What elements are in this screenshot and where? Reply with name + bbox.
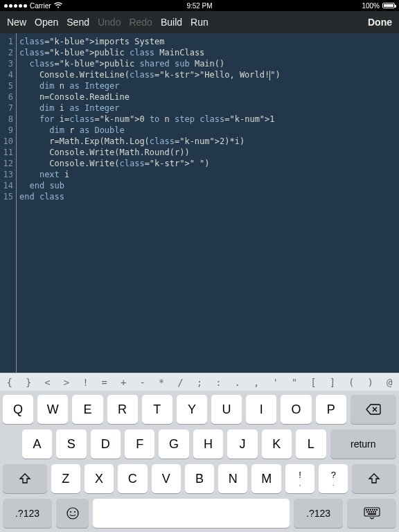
- svg-point-0: [67, 508, 78, 519]
- key-r[interactable]: R: [107, 395, 138, 424]
- code-line[interactable]: dim i as Integer: [19, 103, 281, 114]
- key-l[interactable]: L: [296, 429, 326, 459]
- code-line[interactable]: dim r as Double: [19, 125, 281, 136]
- space-key[interactable]: [93, 499, 290, 528]
- shift-key-right[interactable]: [352, 464, 396, 493]
- line-number: 2: [0, 47, 13, 58]
- code-area[interactable]: class="k-blue">imports Systemclass="k-bl…: [17, 33, 281, 373]
- line-number: 8: [0, 114, 13, 125]
- symbol-key[interactable]: @: [380, 377, 398, 388]
- svg-rect-10: [366, 511, 368, 513]
- symbol-key[interactable]: ;: [190, 377, 209, 388]
- carrier-label: Carrier: [30, 2, 51, 10]
- line-number: 13: [0, 169, 13, 180]
- code-line[interactable]: n=Console.ReadLine: [19, 91, 281, 103]
- key-i[interactable]: I: [246, 395, 276, 424]
- emoji-key[interactable]: [56, 499, 89, 528]
- undo-button[interactable]: Undo: [98, 17, 121, 28]
- key-h[interactable]: H: [193, 429, 223, 459]
- svg-rect-13: [373, 511, 374, 513]
- redo-button[interactable]: Redo: [129, 17, 152, 28]
- key-u[interactable]: U: [211, 395, 242, 424]
- code-line[interactable]: Console.Write(class="k-str">" "): [19, 158, 281, 169]
- battery-icon: [382, 3, 395, 8]
- period-key[interactable]: ?.: [319, 464, 348, 493]
- code-line[interactable]: class="k-blue">public shared sub Main(): [19, 58, 281, 69]
- symbol-key[interactable]: :: [209, 377, 228, 388]
- key-q[interactable]: Q: [3, 395, 33, 424]
- code-line[interactable]: Console.WriteLine(class="k-str">"Hello, …: [19, 69, 281, 80]
- symbol-key[interactable]: (: [342, 377, 361, 388]
- symbol-key[interactable]: *: [152, 377, 170, 388]
- backspace-key[interactable]: [351, 395, 396, 424]
- key-g[interactable]: G: [159, 429, 188, 459]
- code-line[interactable]: next i: [19, 169, 281, 180]
- send-button[interactable]: Send: [66, 17, 89, 28]
- new-button[interactable]: New: [7, 17, 26, 28]
- symbol-key[interactable]: {: [0, 377, 19, 388]
- symbol-key[interactable]: =: [95, 377, 114, 388]
- key-k[interactable]: K: [262, 429, 292, 459]
- symbol-key[interactable]: ": [285, 377, 303, 388]
- key-b[interactable]: B: [185, 464, 214, 493]
- key-s[interactable]: S: [56, 429, 86, 459]
- key-p[interactable]: P: [316, 395, 346, 424]
- code-line[interactable]: class="k-blue">public class MainClass: [19, 47, 281, 58]
- done-button[interactable]: Done: [368, 17, 392, 28]
- symbol-key[interactable]: +: [114, 377, 133, 388]
- key-f[interactable]: F: [125, 429, 154, 459]
- symbol-key[interactable]: ]: [323, 377, 342, 388]
- code-line[interactable]: dim n as Integer: [19, 80, 281, 91]
- key-y[interactable]: Y: [177, 395, 207, 424]
- code-editor[interactable]: 123456789101112131415 class="k-blue">imp…: [0, 33, 399, 373]
- build-button[interactable]: Build: [161, 17, 182, 28]
- key-e[interactable]: E: [72, 395, 103, 424]
- symbol-row: {}<>!=+-*/;:.,'"[]()@: [0, 373, 399, 391]
- key-x[interactable]: X: [85, 464, 114, 493]
- shift-key[interactable]: [3, 464, 47, 493]
- svg-rect-4: [366, 509, 367, 511]
- symbol-key[interactable]: <: [38, 377, 57, 388]
- symbol-key[interactable]: !: [76, 377, 95, 388]
- svg-rect-11: [369, 511, 370, 513]
- symbol-key[interactable]: -: [133, 377, 152, 388]
- key-v[interactable]: V: [152, 464, 181, 493]
- symbol-key[interactable]: ,: [247, 377, 265, 388]
- key-z[interactable]: Z: [51, 464, 80, 493]
- key-c[interactable]: C: [118, 464, 147, 493]
- line-number: 1: [0, 36, 13, 47]
- key-n[interactable]: N: [218, 464, 247, 493]
- run-button[interactable]: Run: [190, 17, 209, 28]
- symbol-key[interactable]: [: [304, 377, 323, 388]
- symbol-key[interactable]: ': [266, 377, 285, 388]
- key-o[interactable]: O: [281, 395, 311, 424]
- comma-key[interactable]: !,: [285, 464, 314, 493]
- symbol-key[interactable]: >: [57, 377, 76, 388]
- code-line[interactable]: end class: [19, 191, 281, 202]
- code-line[interactable]: r=Math.Exp(Math.Log(class="k-num">2)*i): [19, 136, 281, 147]
- symbol-key[interactable]: ): [361, 377, 380, 388]
- code-line[interactable]: end sub: [19, 180, 281, 191]
- svg-rect-14: [375, 511, 376, 513]
- key-a[interactable]: A: [22, 429, 52, 459]
- key-m[interactable]: M: [251, 464, 281, 493]
- key-j[interactable]: J: [227, 429, 257, 459]
- symbol-key[interactable]: .: [228, 377, 247, 388]
- numbers-key-right[interactable]: .?123: [294, 499, 343, 528]
- key-w[interactable]: W: [37, 395, 68, 424]
- code-line[interactable]: for i=class="k-num">0 to n step class="k…: [19, 114, 281, 125]
- dismiss-keyboard-key[interactable]: [347, 499, 396, 528]
- code-line[interactable]: class="k-blue">imports System: [19, 36, 281, 47]
- symbol-key[interactable]: /: [171, 377, 190, 388]
- keyboard: QWERTYUIOP ASDFGHJKLreturn ZXCVBNM!,?. .…: [0, 391, 399, 532]
- numbers-key[interactable]: .?123: [3, 499, 52, 528]
- symbol-key[interactable]: }: [19, 377, 37, 388]
- line-number: 12: [0, 158, 13, 169]
- open-button[interactable]: Open: [35, 17, 58, 28]
- line-number: 4: [0, 69, 13, 80]
- line-number: 14: [0, 180, 13, 191]
- code-line[interactable]: Console.Write(Math.Round(r)): [19, 147, 281, 158]
- key-d[interactable]: D: [91, 429, 121, 459]
- return-key[interactable]: return: [330, 429, 397, 459]
- key-t[interactable]: T: [142, 395, 172, 424]
